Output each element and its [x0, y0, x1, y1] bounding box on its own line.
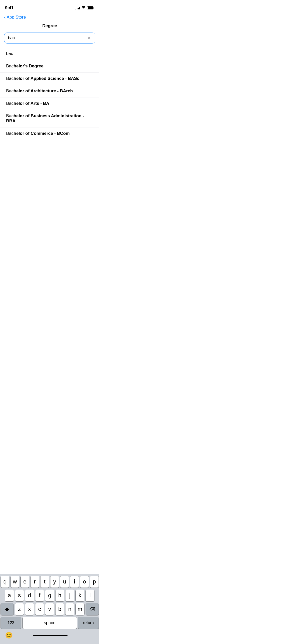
back-label[interactable]: App Store [7, 15, 26, 20]
suggestions-list: bac Bachelor's Degree Bachelor of Applie… [0, 46, 99, 142]
suggestion-item[interactable]: bac [0, 48, 99, 60]
suggestion-item[interactable]: Bachelor of Architecture - BArch [0, 85, 99, 97]
suggestion-item[interactable]: Bachelor of Commerce - BCom [0, 127, 99, 140]
page-title: Degree [42, 23, 57, 28]
back-nav[interactable]: ‹ App Store [0, 12, 99, 21]
suggestion-item[interactable]: Bachelor of Applied Science - BASc [0, 72, 99, 85]
search-container: bac ✕ [0, 33, 99, 46]
wifi-icon [82, 6, 86, 10]
suggestion-item[interactable]: Bachelor's Degree [0, 60, 99, 72]
back-chevron-icon: ‹ [4, 15, 6, 20]
battery-icon [87, 6, 94, 9]
search-input[interactable]: bac [8, 35, 84, 41]
text-cursor [15, 36, 15, 41]
suggestion-item[interactable]: Bachelor of Arts - BA [0, 97, 99, 110]
status-time: 9:41 [5, 5, 13, 10]
status-bar: 9:41 [0, 0, 99, 12]
status-icons [75, 6, 94, 10]
page-header: Degree [0, 21, 99, 33]
signal-icon [75, 6, 80, 9]
suggestion-item[interactable]: Bachelor of Business Administration - BB… [0, 110, 99, 127]
search-box[interactable]: bac ✕ [4, 33, 95, 43]
clear-button[interactable]: ✕ [86, 35, 91, 40]
